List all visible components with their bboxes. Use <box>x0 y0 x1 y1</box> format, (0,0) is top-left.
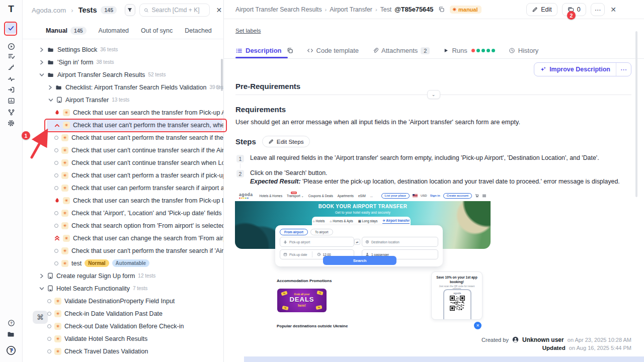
tree-suite-row[interactable]: 'Sign in' form38 tests <box>23 56 223 68</box>
expander-chevron-icon[interactable] <box>39 47 44 52</box>
tree-test-row[interactable]: ✳Check that user can change the search f… <box>23 232 223 244</box>
agoda-tab-airport-transfer[interactable]: ✈ Airport transfer <box>382 219 410 224</box>
plans-nav-icon[interactable] <box>5 50 17 62</box>
tree-suite-row[interactable]: Checklist: Airport Transfer Search Field… <box>23 81 223 94</box>
edit-steps-button[interactable]: Edit Steps <box>262 136 310 147</box>
filter-chip-manual[interactable]: Manual145 <box>46 27 87 35</box>
priority-normal-icon <box>47 337 51 341</box>
import-nav-icon[interactable] <box>5 83 17 96</box>
agoda-nav-hotels-homes[interactable]: Hotels & Homes <box>260 194 283 198</box>
tree-test-row[interactable]: ✳Check-in Date Validation Past Date <box>23 307 223 320</box>
expander-chevron-icon[interactable] <box>39 60 44 65</box>
destination-field[interactable]: Destination location <box>362 237 438 247</box>
tree-test-row[interactable]: ✳Check that user can search the transfer… <box>23 194 223 207</box>
transfer-search-card: From airport To airport Pick-up airport … <box>275 225 443 266</box>
expander-chevron-icon[interactable] <box>39 286 44 291</box>
currency-selector[interactable]: USD <box>421 194 427 197</box>
tree-suite-row[interactable]: Settings Block36 tests <box>23 43 223 56</box>
more-actions-button[interactable]: ⋯ <box>591 3 605 16</box>
agoda-nav--[interactable]: ... <box>370 194 373 198</box>
detail-scrollbar[interactable] <box>635 31 637 197</box>
screenshot-dismiss-icon[interactable]: ✕ <box>474 322 481 329</box>
swap-locations-button[interactable]: ⇄ <box>354 239 360 245</box>
tree-test-row[interactable]: ✳Check that user can perform transfer se… <box>23 182 223 194</box>
cart-icon[interactable] <box>475 194 479 198</box>
set-labels-link[interactable]: Set labels <box>235 28 261 34</box>
search-box[interactable] <box>139 4 210 17</box>
filter-chip-out-of-sync[interactable]: Out of sync <box>141 27 173 34</box>
improve-more-button[interactable]: ⋯ <box>616 63 631 76</box>
tree-test-row[interactable]: ✳Check that user can't perform the trans… <box>23 131 223 144</box>
filter-button[interactable] <box>125 4 135 16</box>
keyboard-shortcut-hint[interactable]: ⌘ <box>33 311 48 324</box>
collapse-chevron-button[interactable]: ⌄ <box>427 90 440 99</box>
tree-test-row[interactable]: ✳Check that user can't continue transfer… <box>23 144 223 156</box>
expander-chevron-icon[interactable] <box>39 274 44 279</box>
tree-test-row[interactable]: ✳Check that user can't perform a trasfer… <box>23 169 223 182</box>
tree-test-row[interactable]: ✳Check Travel Dates Validation <box>23 345 223 357</box>
detail-crumb-subsuite[interactable]: Airport Transfer <box>330 6 372 13</box>
detail-crumb-suite[interactable]: Airport Transfer Search Results <box>235 6 322 13</box>
tree-test-row[interactable]: ✳testNormalAutomatable <box>23 257 223 269</box>
tab-description[interactable]: Description <box>235 47 293 54</box>
projects-folder-icon[interactable] <box>5 328 17 340</box>
priority-normal-icon <box>54 224 58 228</box>
steps-nav-icon[interactable] <box>5 61 17 73</box>
agoda-nav-transport[interactable]: Transport ⌄new <box>287 194 304 198</box>
agoda-tab-hotels[interactable]: ⌂ Hotels <box>313 219 325 223</box>
tree-test-row[interactable]: ✳Check that user can't perform the trans… <box>23 244 223 257</box>
tree-test-row[interactable]: ✳Check that 'Airport', 'Location' and 'P… <box>23 207 223 219</box>
edit-button[interactable]: Edit <box>526 3 557 16</box>
breadcrumb-project[interactable]: Agoda.com <box>32 7 66 14</box>
account-avatar[interactable]: T <box>5 344 17 356</box>
agoda-nav-coupons-deals[interactable]: Coupons & Deals <box>308 194 333 198</box>
agoda-tab-long-stays[interactable]: ▦ Long stays <box>358 219 378 223</box>
deals-banner[interactable]: % % % % Grab all your DEALS here! <box>277 289 327 312</box>
tree-close-icon[interactable]: ✕ <box>215 6 223 14</box>
help-icon[interactable]: ? <box>5 317 17 329</box>
tree-test-row[interactable]: ✳Check that user can't continue transfer… <box>23 156 223 169</box>
agoda-search-button[interactable]: Search <box>323 256 396 265</box>
detail-close-icon[interactable]: ✕ <box>609 6 617 14</box>
tree-suite-row[interactable]: Airport Transfer13 tests <box>23 94 223 106</box>
tree-test-row[interactable]: ✳Validate DestinationProperty Field Inpu… <box>23 295 223 307</box>
tree-test-row[interactable]: ✳Check that user can search the transfer… <box>23 106 223 119</box>
app-logo-icon[interactable]: T <box>5 3 17 15</box>
attached-screenshot[interactable]: agoda Hotels & HomesTransport ⌄newCoupon… <box>235 190 491 332</box>
expander-chevron-icon[interactable] <box>39 72 44 77</box>
copy-id-icon[interactable] <box>438 6 445 13</box>
agoda-nav-apartments[interactable]: Apartments <box>338 194 354 198</box>
menu-icon[interactable] <box>482 194 487 198</box>
copy-description-icon[interactable] <box>287 47 293 54</box>
tab-history[interactable]: History <box>509 47 538 54</box>
search-input[interactable] <box>151 7 205 14</box>
expander-chevron-icon[interactable] <box>48 85 52 90</box>
list-your-place-button[interactable]: List your place <box>381 193 410 199</box>
reports-nav-icon[interactable] <box>5 95 17 107</box>
settings-nav-icon[interactable] <box>5 117 17 129</box>
create-account-button[interactable]: Create account <box>443 193 472 199</box>
tree-suite-row[interactable]: Hotel Search Functionality7 tests <box>23 282 223 295</box>
to-airport-pill[interactable]: To airport <box>310 229 333 235</box>
tree-suite-row[interactable]: Airport Transfer Search Results52 tests <box>23 68 223 81</box>
filter-chip-detached[interactable]: Detached <box>185 27 212 34</box>
tree-test-row[interactable]: ✳Check that search option from 'From air… <box>23 219 223 232</box>
agoda-nav-esim[interactable]: eSIM <box>358 194 366 198</box>
tab-runs[interactable]: Runs <box>443 47 495 54</box>
us-flag-icon[interactable] <box>413 194 418 198</box>
tab-code-template[interactable]: Code template <box>307 47 359 54</box>
sign-in-link[interactable]: Sign in <box>430 194 440 197</box>
branch-nav-icon[interactable] <box>5 106 17 118</box>
bottom-scroll-strip[interactable] <box>244 356 644 362</box>
from-airport-pill[interactable]: From airport <box>280 229 308 235</box>
filter-chip-automated[interactable]: Automated <box>99 27 129 34</box>
tree-suite-row[interactable]: Create regular Sign Up form12 tests <box>23 269 223 282</box>
agoda-tab-homes-apts[interactable]: ⌂ Homes & Apts <box>330 219 353 223</box>
expander-chevron-icon[interactable] <box>48 98 53 103</box>
tree-test-row[interactable]: ✳Check-out Date Validation Before Check-… <box>23 320 223 332</box>
pickup-airport-field[interactable]: Pick-up airport <box>280 237 354 247</box>
tree-test-row[interactable]: ✳Validate Hotel Search Results <box>23 332 223 345</box>
tab-attachments[interactable]: Attachments 2 <box>372 47 430 54</box>
improve-description-button[interactable]: Improve Description ⋯ <box>534 62 631 76</box>
breadcrumb-section[interactable]: Tests <box>78 6 97 14</box>
